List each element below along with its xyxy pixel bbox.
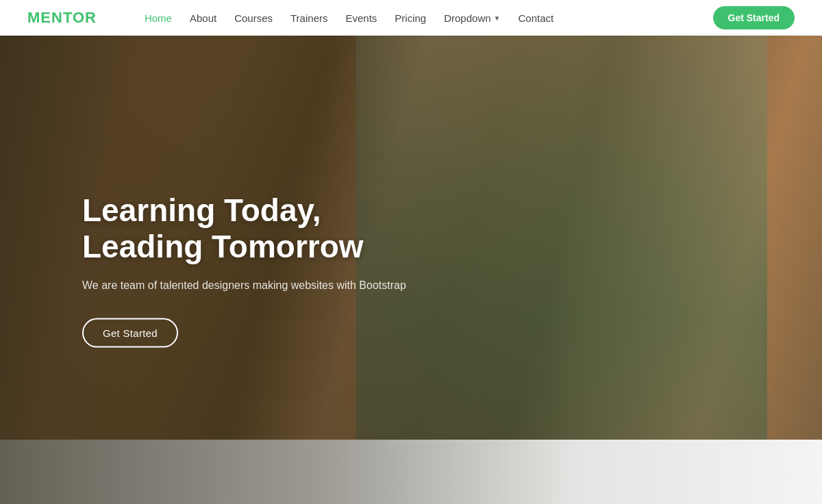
- nav-item-about[interactable]: About: [183, 0, 223, 36]
- nav-item-home[interactable]: Home: [138, 0, 179, 36]
- nav-link-pricing[interactable]: Pricing: [395, 12, 426, 24]
- nav-get-started-button[interactable]: Get Started: [713, 6, 795, 29]
- nav-item-trainers[interactable]: Trainers: [284, 0, 334, 36]
- navbar: MENTOR Home About Courses Trainers Event…: [0, 0, 822, 36]
- nav-link-trainers[interactable]: Trainers: [290, 12, 327, 24]
- nav-link-about[interactable]: About: [190, 12, 216, 24]
- nav-item-events[interactable]: Events: [338, 0, 384, 36]
- navbar-cta: Get Started: [713, 6, 795, 29]
- hero-section: Learning Today, Leading Tomorrow We are …: [0, 36, 822, 504]
- nav-link-home[interactable]: Home: [145, 12, 172, 24]
- nav-link-contact[interactable]: Contact: [518, 12, 553, 24]
- chevron-down-icon: ▼: [494, 14, 501, 22]
- hero-title: Learning Today, Leading Tomorrow: [82, 192, 406, 265]
- nav-link-courses[interactable]: Courses: [234, 12, 273, 24]
- nav-link-dropdown[interactable]: Dropdown ▼: [444, 12, 500, 24]
- hero-subtitle: We are team of talented designers making…: [82, 277, 406, 293]
- hero-get-started-button[interactable]: Get Started: [82, 318, 178, 347]
- brand-logo[interactable]: MENTOR: [27, 9, 97, 27]
- nav-item-courses[interactable]: Courses: [227, 0, 279, 36]
- nav-item-pricing[interactable]: Pricing: [388, 0, 433, 36]
- nav-link-events[interactable]: Events: [345, 12, 377, 24]
- nav-item-contact[interactable]: Contact: [511, 0, 560, 36]
- nav-item-dropdown[interactable]: Dropdown ▼: [437, 0, 507, 36]
- hero-content: Learning Today, Leading Tomorrow We are …: [82, 192, 406, 348]
- nav-links: Home About Courses Trainers Events Prici…: [138, 0, 713, 36]
